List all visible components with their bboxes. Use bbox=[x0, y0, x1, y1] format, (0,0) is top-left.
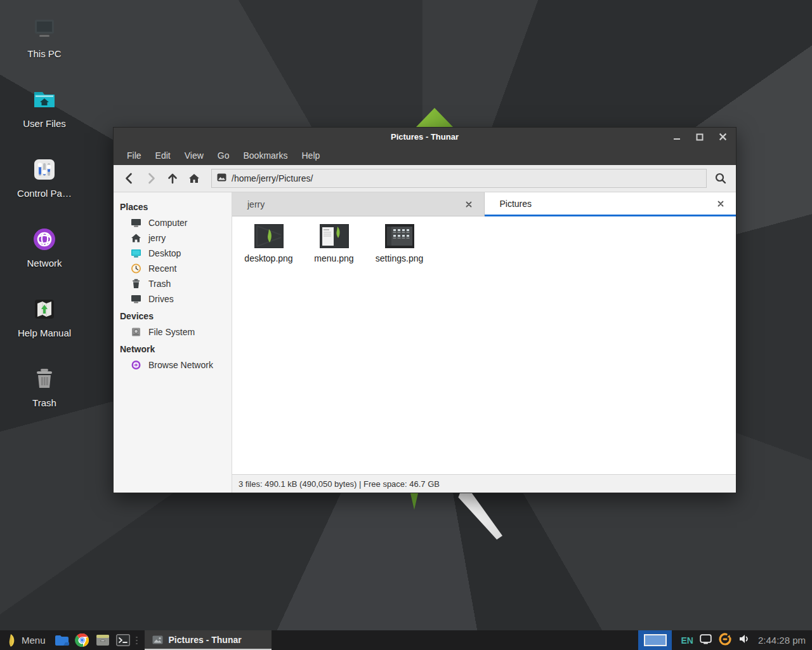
desktop-icon-label: User Files bbox=[23, 118, 66, 129]
tab-strip: jerry Pictures bbox=[232, 192, 736, 216]
file-manager-launcher-icon[interactable] bbox=[54, 630, 70, 650]
recent-clock-icon bbox=[131, 263, 141, 274]
menu-view[interactable]: View bbox=[178, 147, 211, 164]
file-name: menu.png bbox=[314, 253, 353, 263]
image-thumbnail bbox=[254, 224, 284, 248]
sidebar-item-recent[interactable]: Recent bbox=[114, 261, 232, 276]
desktop-icon-label: Network bbox=[27, 258, 62, 269]
thunar-window: Pictures - Thunar File Edit View Go Book… bbox=[113, 127, 737, 493]
archive-manager-icon[interactable] bbox=[95, 630, 111, 650]
file-desktop-png[interactable]: desktop.png bbox=[236, 224, 301, 263]
distro-feather-icon bbox=[5, 633, 16, 647]
sidebar-item-computer[interactable]: Computer bbox=[114, 215, 232, 230]
computer-icon bbox=[30, 15, 59, 44]
tab-jerry[interactable]: jerry bbox=[232, 192, 485, 216]
desktop-icon-trash[interactable]: Trash bbox=[6, 361, 82, 430]
search-icon[interactable] bbox=[709, 169, 732, 188]
file-name: settings.png bbox=[376, 253, 424, 263]
sidebar-item-home[interactable]: jerry bbox=[114, 230, 232, 246]
desktop-icon-label: This PC bbox=[27, 48, 61, 59]
browse-network-globe-icon bbox=[131, 360, 141, 370]
tab-label: Pictures bbox=[500, 199, 532, 209]
thunar-task-icon bbox=[152, 635, 163, 644]
menu-help[interactable]: Help bbox=[295, 147, 327, 164]
sidebar-item-drives[interactable]: Drives bbox=[114, 291, 232, 307]
tab-close-icon[interactable] bbox=[464, 199, 474, 209]
task-button-thunar[interactable]: Pictures - Thunar bbox=[145, 630, 272, 650]
sidebar-item-label: Browse Network bbox=[148, 360, 213, 370]
system-tray: EN 2:44:28 pm bbox=[672, 630, 812, 650]
maximize-button[interactable] bbox=[695, 133, 704, 142]
window-controls bbox=[672, 128, 727, 146]
menu-bar: File Edit View Go Bookmarks Help bbox=[114, 146, 736, 165]
tab-close-icon[interactable] bbox=[716, 199, 726, 209]
sidebar-item-browse-network[interactable]: Browse Network bbox=[114, 357, 232, 373]
window-titlebar[interactable]: Pictures - Thunar bbox=[114, 128, 736, 146]
window-body: Places Computer jerry Desktop Recent Tra… bbox=[114, 192, 736, 493]
file-name: desktop.png bbox=[244, 253, 292, 263]
sidebar-item-label: Drives bbox=[148, 294, 174, 304]
desktop-icon-label: Help Manual bbox=[18, 328, 71, 338]
sidebar-item-label: Trash bbox=[148, 279, 171, 289]
file-menu-png[interactable]: menu.png bbox=[301, 224, 367, 263]
workspace-switcher[interactable] bbox=[638, 630, 672, 650]
menu-file[interactable]: File bbox=[120, 147, 148, 164]
status-text: 3 files: 490.1 kB (490,050 bytes) | Free… bbox=[239, 479, 440, 489]
volume-icon[interactable] bbox=[738, 633, 750, 647]
sidebar-header-devices: Devices bbox=[114, 307, 232, 324]
main-pane: jerry Pictures desktop.p bbox=[232, 192, 736, 493]
sidebar-item-label: jerry bbox=[148, 233, 166, 243]
sidebar-item-label: Desktop bbox=[148, 248, 181, 258]
desktop-icon-label: Trash bbox=[32, 397, 56, 408]
sidebar-item-label: Recent bbox=[148, 263, 176, 274]
forward-button[interactable] bbox=[141, 169, 160, 188]
start-menu-label: Menu bbox=[22, 635, 46, 646]
back-button[interactable] bbox=[120, 169, 139, 188]
path-bar[interactable]: /home/jerry/Pictures/ bbox=[211, 169, 707, 188]
window-title: Pictures - Thunar bbox=[114, 132, 736, 142]
workspace-1[interactable] bbox=[644, 634, 667, 646]
location-image-icon bbox=[217, 173, 226, 184]
menu-edit[interactable]: Edit bbox=[148, 147, 178, 164]
trash-icon bbox=[131, 279, 141, 289]
desktop-icon-control-panel[interactable]: Control Pa… bbox=[6, 151, 82, 221]
display-settings-icon[interactable] bbox=[700, 634, 712, 647]
file-settings-png[interactable]: settings.png bbox=[367, 224, 432, 263]
start-menu-button[interactable]: Menu bbox=[0, 630, 52, 650]
home-icon bbox=[131, 233, 141, 243]
toolbar: /home/jerry/Pictures/ bbox=[114, 165, 736, 192]
path-text: /home/jerry/Pictures/ bbox=[232, 173, 313, 183]
chrome-browser-icon[interactable] bbox=[74, 630, 91, 650]
close-button[interactable] bbox=[718, 133, 727, 142]
file-view[interactable]: desktop.png menu.png settings.png bbox=[232, 216, 736, 474]
status-bar: 3 files: 490.1 kB (490,050 bytes) | Free… bbox=[232, 474, 736, 493]
up-button[interactable] bbox=[163, 169, 182, 188]
terminal-icon[interactable] bbox=[115, 630, 131, 650]
image-thumbnail bbox=[385, 224, 414, 248]
menu-go[interactable]: Go bbox=[211, 147, 237, 164]
sidebar-item-label: Computer bbox=[148, 218, 187, 228]
sidebar-item-desktop[interactable]: Desktop bbox=[114, 246, 232, 261]
task-button-label: Pictures - Thunar bbox=[169, 635, 242, 645]
taskbar-clock[interactable]: 2:44:28 pm bbox=[757, 635, 806, 646]
tab-label: jerry bbox=[247, 199, 265, 209]
sidebar-item-file-system[interactable]: File System bbox=[114, 324, 232, 340]
update-manager-icon[interactable] bbox=[718, 632, 732, 649]
sidebar-item-trash[interactable]: Trash bbox=[114, 276, 232, 291]
drives-icon bbox=[131, 294, 141, 304]
taskbar: Menu Pictures - Thunar EN 2:44:28 pm bbox=[0, 630, 812, 650]
desktop-icon-network[interactable]: Network bbox=[6, 221, 82, 291]
desktop-icon-this-pc[interactable]: This PC bbox=[6, 11, 82, 81]
help-manual-icon bbox=[30, 295, 59, 324]
desktop-icon-user-files[interactable]: User Files bbox=[6, 81, 82, 151]
sidebar: Places Computer jerry Desktop Recent Tra… bbox=[114, 192, 232, 493]
home-button[interactable] bbox=[185, 169, 204, 188]
menu-bookmarks[interactable]: Bookmarks bbox=[236, 147, 294, 164]
desktop-icon-help-manual[interactable]: Help Manual bbox=[6, 291, 82, 361]
keyboard-layout-indicator[interactable]: EN bbox=[681, 635, 693, 646]
taskbar-grip-handle[interactable] bbox=[136, 630, 141, 650]
minimize-button[interactable] bbox=[672, 133, 681, 142]
sidebar-item-label: File System bbox=[148, 327, 195, 337]
desktop-icon bbox=[131, 248, 141, 258]
tab-pictures[interactable]: Pictures bbox=[485, 192, 737, 216]
